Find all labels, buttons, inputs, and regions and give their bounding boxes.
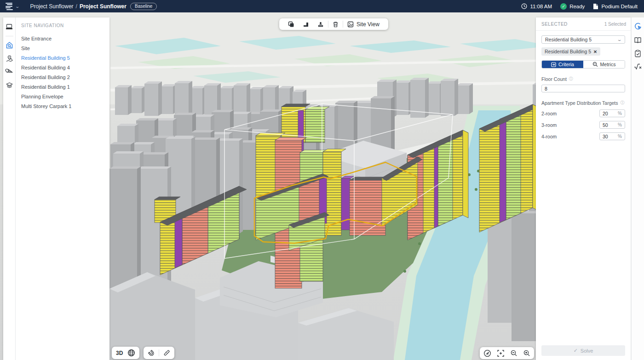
document-icon xyxy=(593,3,598,10)
time-label: 11:08 AM xyxy=(530,4,552,9)
globe-icon[interactable] xyxy=(127,349,135,357)
breadcrumb[interactable]: Project Sunflower / Project Sunflower xyxy=(30,3,126,10)
sqrt-icon xyxy=(634,63,642,70)
building-tool-button[interactable] xyxy=(299,18,313,30)
selection-dropdown-value: Residential Building 5 xyxy=(545,37,618,42)
stamp-tool-button[interactable] xyxy=(313,18,328,30)
baseline-badge: Baseline xyxy=(130,3,157,10)
site-view-button[interactable]: Site View xyxy=(343,18,384,30)
laptop-icon xyxy=(6,23,13,30)
tab-criteria-label: Criteria xyxy=(558,62,574,67)
delete-button[interactable] xyxy=(328,18,343,30)
view-mode-toggle[interactable]: 3D xyxy=(116,350,123,356)
clipboard-check-icon xyxy=(634,50,641,57)
toolbar-divider xyxy=(159,349,159,356)
3-room-percent-input[interactable] xyxy=(603,122,618,128)
selection-chip[interactable]: Residential Building 5 ✕ xyxy=(541,47,600,56)
time-indicator: 11:08 AM xyxy=(521,3,552,9)
sidebar-item-planning-envelope[interactable]: Planning Envelope xyxy=(16,91,109,101)
right-icon-rail xyxy=(631,17,644,360)
view-analysis-button[interactable] xyxy=(4,67,14,77)
zoom-in-icon[interactable] xyxy=(523,349,530,357)
sidebar-item-site[interactable]: Site xyxy=(16,43,109,53)
tab-criteria[interactable]: Criteria xyxy=(542,61,583,68)
breadcrumb-separator: / xyxy=(76,3,77,10)
floor-count-input[interactable] xyxy=(541,85,625,92)
4-room-percent-input[interactable] xyxy=(603,134,618,139)
trash-icon xyxy=(333,21,339,28)
app-menu-button[interactable]: ⌄ xyxy=(0,3,24,10)
top-bar: ⌄ Project Sunflower / Project Sunflower … xyxy=(0,0,644,12)
chevron-down-icon: ⌄ xyxy=(15,4,20,9)
room-type-label: 2-room xyxy=(541,111,557,116)
breadcrumb-current: Project Sunflower xyxy=(80,3,126,10)
site-navigation-panel: SITE NAVIGATION Site Entrance Site Resid… xyxy=(16,17,109,360)
sidebar-item-site-entrance[interactable]: Site Entrance xyxy=(16,34,109,43)
percent-unit: % xyxy=(618,122,622,127)
tab-metrics[interactable]: Metrics xyxy=(583,61,625,68)
distribution-label: Apartment Type Distribution Targets xyxy=(541,100,618,106)
check-icon: ✓ xyxy=(574,348,578,354)
reset-bearing-icon[interactable] xyxy=(483,349,491,357)
profile-label: Podium Default xyxy=(601,4,638,9)
status-indicator: ✓ Ready xyxy=(560,3,585,10)
zoom-out-icon[interactable] xyxy=(510,349,518,357)
clock-icon xyxy=(521,3,527,9)
sidebar-item-multi-storey-carpark-1[interactable]: Multi Storey Carpark 1 xyxy=(16,101,109,111)
metrics-icon xyxy=(592,62,598,67)
layers-icon xyxy=(6,81,13,89)
solve-button[interactable]: ✓ Solve xyxy=(541,345,625,356)
measure-icon[interactable] xyxy=(163,349,170,356)
workspace-button[interactable] xyxy=(4,22,14,32)
room-type-label: 4-room xyxy=(541,134,557,139)
fit-view-icon[interactable] xyxy=(497,349,505,357)
map-top-toolbar: Site View xyxy=(279,18,388,30)
tab-metrics-label: Metrics xyxy=(600,62,616,67)
library-button[interactable] xyxy=(633,35,643,45)
selected-header: SELECTED xyxy=(541,22,568,27)
duplicate-button[interactable] xyxy=(284,18,299,30)
checklist-button[interactable] xyxy=(633,48,643,58)
map-mode-toolbar: 3D xyxy=(112,347,139,359)
view-cone-icon xyxy=(5,68,13,75)
layers-button[interactable] xyxy=(4,80,14,90)
selection-chip-label: Residential Building 5 xyxy=(545,49,591,54)
formula-button[interactable] xyxy=(633,62,643,72)
info-icon: ⓘ xyxy=(621,100,625,106)
criteria-metrics-tabs: Criteria Metrics xyxy=(541,60,625,69)
chevron-down-icon: ⌄ xyxy=(617,37,622,42)
rail-divider xyxy=(6,36,13,36)
map-view-controls xyxy=(480,347,534,359)
left-icon-rail xyxy=(3,17,16,360)
sidebar-item-residential-building-1[interactable]: Residential Building 1 xyxy=(16,82,109,91)
building-block-icon xyxy=(303,21,309,28)
map-pin-icon xyxy=(6,55,13,63)
sidebar-item-residential-building-4[interactable]: Residential Building 4 xyxy=(16,63,109,72)
solve-label: Solve xyxy=(581,348,593,354)
selection-dropdown[interactable]: Residential Building 5 ⌄ xyxy=(541,35,625,44)
image-icon xyxy=(347,21,354,28)
breadcrumb-root[interactable]: Project Sunflower xyxy=(30,3,74,10)
site-navigation-title: SITE NAVIGATION xyxy=(16,21,109,34)
close-icon[interactable]: ✕ xyxy=(593,49,597,54)
snap-magnet-icon[interactable] xyxy=(148,349,155,356)
left-panel: SITE NAVIGATION Site Entrance Site Resid… xyxy=(3,17,109,360)
profile-indicator[interactable]: Podium Default xyxy=(593,3,638,10)
distribution-row-4-room: 4-room % xyxy=(541,132,625,140)
floor-count-label: Floor Count xyxy=(541,76,567,82)
stamp-icon xyxy=(317,21,324,28)
sidebar-item-residential-building-2[interactable]: Residential Building 2 xyxy=(16,72,109,82)
status-label: Ready xyxy=(569,4,585,9)
select-tool-button[interactable] xyxy=(633,22,643,32)
home-search-icon xyxy=(6,41,13,49)
2-room-percent-input[interactable] xyxy=(603,111,618,116)
site-explorer-button[interactable] xyxy=(4,40,14,50)
select-cursor-icon xyxy=(634,23,642,31)
percent-unit: % xyxy=(618,134,622,139)
sidebar-item-residential-building-5[interactable]: Residential Building 5 xyxy=(16,53,109,63)
distribution-row-3-room: 3-room % xyxy=(541,121,625,129)
map-location-button[interactable] xyxy=(4,53,14,63)
status-check-icon: ✓ xyxy=(560,3,567,10)
percent-unit: % xyxy=(618,111,622,116)
room-type-label: 3-room xyxy=(541,122,557,128)
